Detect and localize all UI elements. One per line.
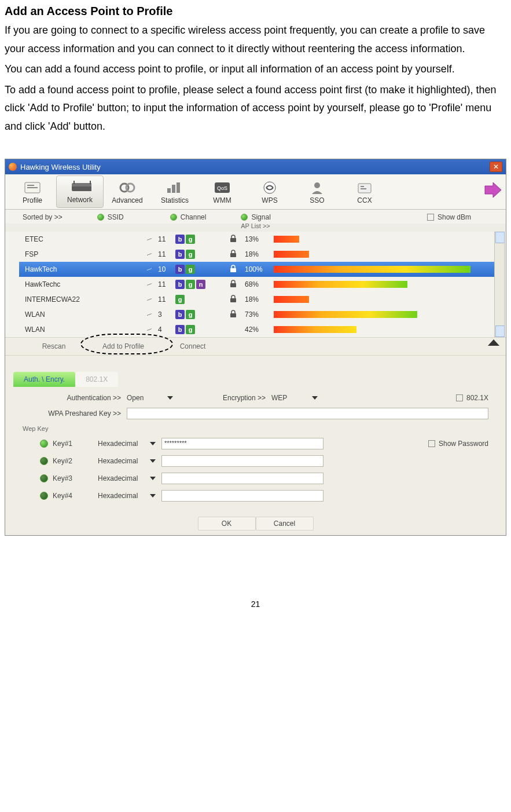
wep-key-input[interactable] <box>161 455 323 467</box>
encryption-dropdown[interactable] <box>312 396 318 400</box>
ok-button[interactable]: OK <box>198 517 256 531</box>
rescan-button[interactable]: Rescan <box>19 339 89 354</box>
next-arrow-icon[interactable] <box>483 180 502 200</box>
channel-icon: ⟋ <box>141 250 158 258</box>
sort-channel-radio[interactable] <box>170 214 177 221</box>
mode-b-icon: b <box>175 280 185 289</box>
sort-signal-label: Signal <box>251 213 270 221</box>
toolbar-wps[interactable]: WPS <box>246 175 293 208</box>
scrollbar[interactable] <box>494 232 505 337</box>
doc-para1: If you are going to connect to a specifi… <box>5 21 506 58</box>
ap-channel: 3 <box>158 310 175 319</box>
wep-key-radio[interactable] <box>40 457 48 465</box>
sort-signal-radio[interactable] <box>241 214 248 221</box>
show-password-checkbox[interactable] <box>428 440 435 447</box>
ap-row[interactable]: FSP⟋11bg18% <box>19 247 502 262</box>
app-logo-icon <box>9 163 17 171</box>
cancel-button[interactable]: Cancel <box>256 517 314 531</box>
toolbar-wmm[interactable]: QoS WMM <box>198 175 246 208</box>
svg-rect-22 <box>230 268 236 272</box>
tab-8021x[interactable]: 802.1X <box>75 372 118 387</box>
wmm-icon: QoS <box>211 179 234 196</box>
wep-key-type-dropdown[interactable] <box>150 459 156 463</box>
mode-g-icon: g <box>175 295 185 304</box>
page-number: 21 <box>5 599 506 609</box>
connect-button[interactable]: Connect <box>158 339 227 354</box>
ap-signal-percent: 42% <box>245 325 274 334</box>
ap-row[interactable]: HawkTechc⟋11bgn68% <box>19 277 502 292</box>
svg-marker-19 <box>485 182 501 197</box>
wep-key-label: Wep Key <box>23 425 488 432</box>
toolbar-advanced[interactable]: Advanced <box>104 175 151 208</box>
svg-rect-4 <box>72 183 91 186</box>
ap-signal-bar <box>274 236 470 243</box>
wep-key-type-dropdown[interactable] <box>150 477 156 480</box>
ap-row[interactable]: INTERMECWA22⟋11g18% <box>19 292 502 307</box>
svg-point-8 <box>126 184 134 192</box>
svg-point-14 <box>264 182 275 193</box>
ap-signal-percent: 100% <box>245 265 274 273</box>
ap-modes: bg <box>175 310 222 319</box>
toolbar-network[interactable]: Network <box>56 175 104 208</box>
auth-dropdown[interactable] <box>167 396 173 400</box>
wep-key-input[interactable] <box>161 490 323 502</box>
close-icon[interactable]: ✕ <box>490 162 502 172</box>
network-icon <box>68 178 91 196</box>
channel-icon: ⟋ <box>141 310 158 319</box>
wep-key-name: Key#1 <box>53 440 72 448</box>
encryption-icon <box>222 280 245 290</box>
wep-key-radio[interactable] <box>40 440 48 448</box>
mode-b-icon: b <box>175 250 185 259</box>
ap-signal-percent: 13% <box>245 235 274 243</box>
ap-row[interactable]: HawkTech⟋10bg100% <box>19 262 502 277</box>
ap-row[interactable]: WLAN⟋4bg42% <box>19 322 502 337</box>
toolbar-statistics[interactable]: Statistics <box>151 175 198 208</box>
encryption-label: Encryption >> <box>202 394 271 402</box>
wep-key-radio[interactable] <box>40 474 48 482</box>
encryption-icon <box>222 235 245 244</box>
wep-key-input[interactable]: ********* <box>161 438 323 449</box>
scroll-up-icon[interactable] <box>495 232 505 243</box>
scroll-down-icon[interactable] <box>495 325 505 337</box>
tab-auth-encry[interactable]: Auth. \ Encry. <box>13 372 75 387</box>
ap-signal-bar <box>274 296 470 303</box>
wep-key-type-dropdown[interactable] <box>150 494 156 498</box>
svg-rect-21 <box>230 253 236 257</box>
encryption-icon <box>222 295 245 305</box>
ap-modes: bg <box>175 250 222 259</box>
toolbar-ccx[interactable]: CCX <box>341 175 388 208</box>
mode-n-icon: n <box>196 280 205 289</box>
wep-key-type-dropdown[interactable] <box>150 442 156 445</box>
add-to-profile-button[interactable]: Add to Profile <box>89 339 158 354</box>
ap-channel: 11 <box>158 280 175 288</box>
toolbar-sso[interactable]: SSO <box>293 175 341 208</box>
sorted-by-label: Sorted by >> <box>23 213 63 221</box>
mode-g-icon: g <box>186 265 195 274</box>
svg-rect-20 <box>230 238 236 242</box>
ap-modes: bg <box>175 325 222 334</box>
collapse-arrow-icon[interactable] <box>487 338 500 349</box>
ap-modes: bgn <box>175 280 222 289</box>
wep-key-input[interactable] <box>161 473 323 484</box>
ap-ssid: HawkTech <box>19 265 141 273</box>
sort-ssid-radio[interactable] <box>97 214 104 221</box>
wpa-psk-label: WPA Preshared Key >> <box>40 409 127 418</box>
ap-row[interactable]: WLAN⟋3bg73% <box>19 307 502 322</box>
wep-key-radio[interactable] <box>40 492 48 500</box>
encryption-icon <box>222 310 245 320</box>
8021x-checkbox[interactable] <box>456 394 463 401</box>
wpa-psk-input[interactable] <box>127 408 488 419</box>
ap-row[interactable]: ETEC⟋11bg13% <box>19 232 502 247</box>
doc-heading: Add an Access Point to Profile <box>5 5 506 18</box>
channel-icon: ⟋ <box>141 325 158 334</box>
ccx-icon <box>353 179 376 196</box>
wep-key-name: Key#3 <box>53 474 72 482</box>
ap-channel: 11 <box>158 250 175 258</box>
ap-list: ETEC⟋11bg13%FSP⟋11bg18%HawkTech⟋10bg100%… <box>5 232 506 337</box>
channel-icon: ⟋ <box>141 295 158 303</box>
show-dbm-checkbox[interactable] <box>427 214 434 221</box>
toolbar-profile[interactable]: Profile <box>9 175 56 208</box>
ap-ssid: INTERMECWA22 <box>19 295 141 303</box>
ap-signal-bar <box>274 281 470 288</box>
ap-signal-percent: 68% <box>245 280 274 288</box>
